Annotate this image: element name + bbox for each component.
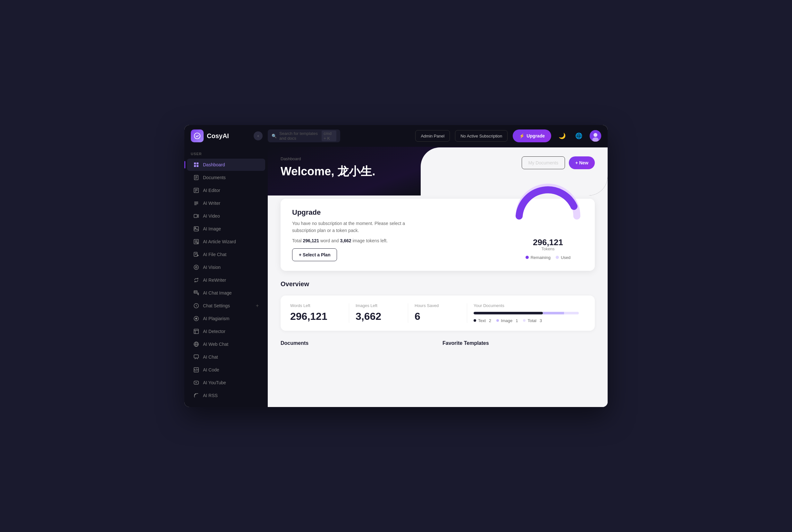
overview-title: Overview (280, 281, 595, 288)
svg-point-27 (197, 242, 198, 244)
donut-legend: Remaining Used (526, 255, 571, 260)
sidebar-item-label-ai-code: AI Code (203, 367, 259, 373)
sidebar-item-label-ai-writer: AI Writer (203, 201, 259, 206)
chat-settings-icon (194, 303, 199, 309)
hero-actions: My Documents + New (522, 156, 595, 169)
ai-youtube-icon (194, 380, 199, 385)
sidebar-item-ai-vision[interactable]: AI Vision (187, 261, 265, 273)
docs-legend-total: Total 3 (523, 318, 542, 323)
sidebar-item-label-ai-vision: AI Vision (203, 265, 259, 270)
sidebar-item-label-chat-settings: Chat Settings (203, 303, 252, 308)
select-plan-button[interactable]: + Select a Plan (292, 248, 337, 261)
sidebar-item-label-ai-rss: AI RSS (203, 393, 259, 398)
image-legend-count: 1 (516, 318, 518, 323)
sidebar-item-ai-web-chat[interactable]: AI Web Chat (187, 338, 265, 350)
sidebar-item-ai-rewriter[interactable]: AI ReWriter (187, 274, 265, 286)
sidebar-item-ai-detector[interactable]: AI Detector (187, 325, 265, 338)
search-bar[interactable]: 🔍 Search for templates and docs cmd + K (268, 130, 340, 142)
ai-chat-image-icon (194, 290, 199, 296)
used-dot (556, 256, 559, 259)
sidebar-item-label-ai-file-chat: AI File Chat (203, 252, 259, 257)
favorite-templates-card: Favorite Templates (442, 340, 595, 351)
your-documents-item: Your Documents Text 2 (467, 303, 585, 323)
upgrade-card-left: Upgrade You have no subscription at the … (292, 208, 420, 261)
remaining-label: Remaining (531, 255, 551, 260)
sidebar-item-ai-article-wizard[interactable]: AI Article Wizard (187, 235, 265, 248)
svg-rect-5 (197, 163, 199, 165)
donut-area: 296,121 Tokens Remaining Used (513, 210, 583, 260)
admin-panel-button[interactable]: Admin Panel (415, 130, 450, 142)
upgrade-card-description: You have no subscription at the moment. … (292, 220, 420, 234)
chat-settings-plus[interactable]: + (256, 303, 259, 309)
logo-area: CosyAI (191, 130, 248, 142)
sidebar-item-dashboard[interactable]: Dashboard (187, 159, 265, 171)
language-button[interactable]: 🌐 (573, 130, 585, 142)
sidebar-item-ai-youtube[interactable]: AI YouTube (187, 377, 265, 389)
sidebar: USER Dashboard Documents AI Editor (184, 147, 268, 407)
documents-bottom-card: Documents (280, 340, 433, 351)
sidebar-item-ai-chat[interactable]: AI Chat (187, 351, 265, 363)
user-avatar[interactable] (590, 130, 601, 142)
sidebar-item-ai-editor[interactable]: AI Editor (187, 184, 265, 196)
total-legend-count: 3 (540, 318, 542, 323)
ai-code-icon (194, 367, 199, 373)
ai-rewriter-icon (194, 277, 199, 283)
logo-icon (191, 130, 204, 142)
remaining-dot (526, 256, 529, 259)
donut-value: 296,121 (533, 238, 563, 246)
theme-toggle-button[interactable]: 🌙 (556, 130, 568, 142)
word-count: 296,121 (303, 238, 319, 243)
ai-video-icon (194, 213, 199, 219)
words-left-item: Words Left 296,121 (290, 303, 349, 323)
upgrade-card: Upgrade You have no subscription at the … (280, 199, 595, 271)
my-documents-button[interactable]: My Documents (522, 156, 565, 169)
svg-point-45 (194, 397, 195, 397)
ai-article-wizard-icon (194, 239, 199, 245)
docs-legend-text: Text 2 (474, 318, 491, 323)
search-kbd: cmd + K (321, 130, 336, 141)
sidebar-item-ai-chat-image[interactable]: AI Chat Image (187, 287, 265, 299)
sidebar-section-label: USER (184, 147, 268, 158)
docs-bar (474, 312, 579, 315)
sidebar-item-ai-plagiarism[interactable]: AI Plagiarism (187, 312, 265, 325)
sidebar-item-ai-rss[interactable]: AI RSS (187, 390, 265, 402)
sidebar-item-label-ai-image: AI Image (203, 226, 259, 231)
sidebar-item-ai-code[interactable]: AI Code (187, 364, 265, 376)
favorite-templates-title: Favorite Templates (442, 340, 595, 346)
sidebar-item-ai-writer[interactable]: AI Writer (187, 197, 265, 209)
docs-bar-rest (564, 312, 579, 315)
text-legend-count: 2 (489, 318, 491, 323)
ai-vision-icon (194, 264, 199, 270)
svg-rect-42 (194, 355, 199, 358)
upgrade-button[interactable]: ⚡ Upgrade (513, 130, 551, 142)
docs-bar-text (474, 312, 543, 315)
sidebar-item-label-ai-youtube: AI YouTube (203, 380, 259, 385)
sidebar-item-documents[interactable]: Documents (187, 171, 265, 184)
sidebar-item-label-ai-editor: AI Editor (203, 188, 259, 193)
search-icon: 🔍 (272, 134, 277, 138)
ai-file-chat-icon (194, 251, 199, 257)
hours-saved-item: Hours Saved 6 (408, 303, 467, 323)
subscription-status-button[interactable]: No Active Subscription (455, 130, 508, 142)
overview-section: Overview Words Left 296,121 Images Left … (268, 271, 608, 340)
new-button[interactable]: + New (569, 156, 595, 169)
ai-detector-icon (194, 328, 199, 334)
svg-rect-4 (194, 163, 196, 165)
total-legend-label: Total (528, 318, 536, 323)
upgrade-label: Upgrade (527, 133, 545, 138)
words-left-label: Words Left (290, 303, 343, 308)
svg-rect-20 (194, 214, 197, 217)
bottom-section: Documents Favorite Templates (268, 340, 608, 361)
sidebar-item-ai-video[interactable]: AI Video (187, 210, 265, 222)
sidebar-item-chat-settings[interactable]: Chat Settings + (187, 300, 265, 312)
sidebar-item-label-ai-web-chat: AI Web Chat (203, 342, 259, 347)
svg-point-30 (196, 267, 197, 268)
svg-rect-36 (194, 329, 199, 334)
upgrade-section: Upgrade You have no subscription at the … (268, 199, 608, 271)
sidebar-collapse-button[interactable]: ‹ (254, 131, 263, 140)
sidebar-item-ai-image[interactable]: AI Image (187, 223, 265, 235)
hours-saved-value: 6 (415, 310, 460, 322)
dashboard-icon (194, 162, 199, 168)
docs-legend: Text 2 Image 1 Total 3 (474, 318, 579, 323)
sidebar-item-ai-file-chat[interactable]: AI File Chat (187, 248, 265, 261)
